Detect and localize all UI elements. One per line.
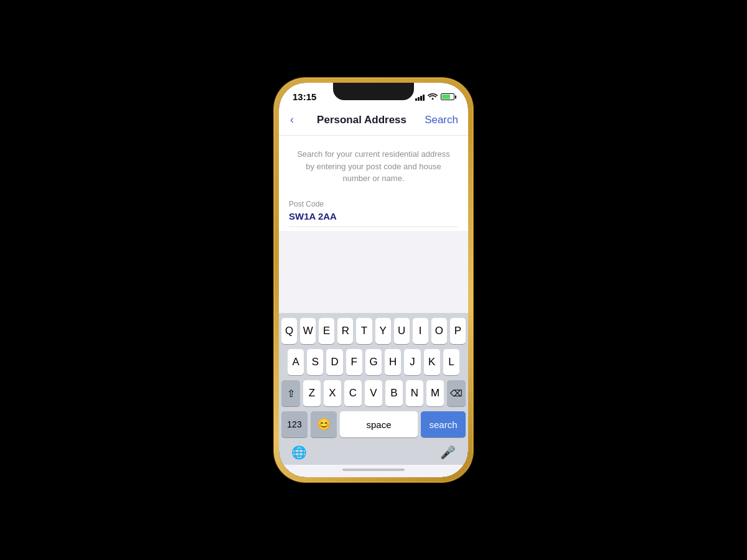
bottom-bar: 🌐 🎤: [279, 442, 468, 465]
postcode-field-group: Post Code SW1A 2AA: [289, 200, 458, 227]
nav-bar: ‹ Personal Address Search: [279, 106, 468, 136]
mic-icon[interactable]: 🎤: [440, 445, 456, 460]
key-emoji[interactable]: 😊: [311, 411, 337, 437]
key-d[interactable]: D: [326, 349, 342, 375]
key-v[interactable]: V: [365, 380, 382, 406]
key-e[interactable]: E: [319, 318, 334, 344]
key-g[interactable]: G: [365, 349, 382, 375]
key-y[interactable]: Y: [375, 318, 391, 344]
description-text: Search for your current residential addr…: [289, 148, 458, 185]
postcode-value[interactable]: SW1A 2AA: [289, 211, 458, 227]
key-s[interactable]: S: [307, 349, 323, 375]
key-delete[interactable]: ⌫: [447, 380, 466, 406]
key-l[interactable]: L: [443, 349, 459, 375]
status-icons: [415, 92, 454, 101]
keyboard-row-1: Q W E R T Y U I O P: [281, 318, 466, 344]
key-m[interactable]: M: [426, 380, 444, 406]
key-w[interactable]: W: [300, 318, 316, 344]
key-o[interactable]: O: [431, 318, 447, 344]
key-q[interactable]: Q: [281, 318, 297, 344]
screen: 13:15: [279, 83, 468, 477]
key-x[interactable]: X: [324, 380, 341, 406]
key-shift[interactable]: ⇧: [281, 380, 300, 406]
keyboard-row-3: ⇧ Z X C V B N M ⌫: [281, 380, 466, 406]
back-button[interactable]: ‹: [289, 112, 299, 128]
key-search[interactable]: search: [421, 411, 466, 437]
phone-frame: 13:15: [274, 78, 473, 482]
content-area: Search for your current residential addr…: [279, 136, 468, 231]
key-z[interactable]: Z: [303, 380, 321, 406]
globe-icon[interactable]: 🌐: [291, 445, 307, 460]
key-h[interactable]: H: [385, 349, 401, 375]
keyboard-row-2: A S D F G H J K L: [281, 349, 466, 375]
key-c[interactable]: C: [344, 380, 362, 406]
key-space[interactable]: space: [340, 411, 418, 437]
keyboard: Q W E R T Y U I O P A S D F G: [279, 313, 468, 442]
status-time: 13:15: [293, 91, 316, 102]
notch: [333, 83, 414, 100]
key-n[interactable]: N: [406, 380, 423, 406]
key-k[interactable]: K: [424, 349, 440, 375]
postcode-label: Post Code: [289, 200, 458, 208]
key-t[interactable]: T: [356, 318, 372, 344]
battery-icon: [441, 93, 454, 100]
key-numbers[interactable]: 123: [281, 411, 308, 437]
key-i[interactable]: I: [413, 318, 428, 344]
wifi-icon: [428, 92, 438, 101]
phone-inner: 13:15: [279, 83, 468, 477]
empty-area: [279, 231, 468, 314]
home-bar: [342, 469, 405, 471]
keyboard-bottom-row: 123 😊 space search: [281, 411, 466, 437]
key-j[interactable]: J: [404, 349, 420, 375]
key-p[interactable]: P: [450, 318, 466, 344]
search-nav-button[interactable]: Search: [425, 114, 458, 126]
key-u[interactable]: U: [394, 318, 410, 344]
home-indicator: [279, 465, 468, 477]
signal-icon: [415, 93, 425, 101]
key-r[interactable]: R: [337, 318, 353, 344]
key-f[interactable]: F: [346, 349, 362, 375]
key-b[interactable]: B: [385, 380, 403, 406]
page-title: Personal Address: [317, 114, 406, 126]
key-a[interactable]: A: [288, 349, 304, 375]
